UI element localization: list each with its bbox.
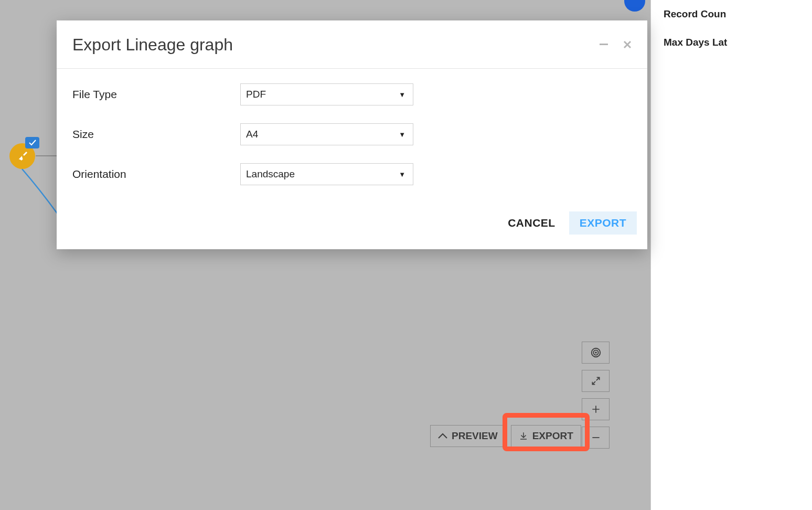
chevron-up-icon [438, 433, 447, 439]
export-label: EXPORT [532, 430, 573, 442]
side-panel: Record Coun Max Days Lat [650, 0, 812, 510]
edge-line [36, 155, 59, 156]
expand-icon [591, 376, 601, 386]
chevron-down-icon: ▼ [399, 91, 405, 99]
bottom-toolbar: PREVIEW EXPORT [430, 425, 581, 447]
preview-button[interactable]: PREVIEW [430, 425, 506, 447]
broom-icon [16, 150, 29, 163]
zoom-out-button[interactable] [582, 427, 610, 449]
modal-title: Export Lineage graph [72, 35, 233, 55]
orientation-label: Orientation [72, 168, 240, 180]
close-icon[interactable] [623, 38, 632, 52]
side-panel-row-max-days: Max Days Lat [664, 37, 799, 48]
size-value: A4 [246, 129, 258, 140]
map-controls [582, 342, 610, 449]
side-panel-row-record-count: Record Coun [664, 8, 799, 20]
minimize-icon[interactable] [599, 38, 608, 52]
zoom-in-button[interactable] [582, 398, 610, 420]
file-type-label: File Type [72, 88, 240, 101]
fullscreen-button[interactable] [582, 370, 610, 392]
preview-label: PREVIEW [452, 430, 498, 442]
lineage-node[interactable] [9, 143, 35, 169]
orientation-select[interactable]: Landscape ▼ [240, 163, 413, 185]
orientation-value: Landscape [246, 168, 295, 180]
node-checkmark-badge [25, 137, 39, 148]
size-label: Size [72, 128, 240, 141]
edge-line [0, 168, 60, 220]
plus-icon [591, 404, 601, 415]
modal-header: Export Lineage graph [57, 20, 647, 69]
download-icon [519, 431, 528, 441]
chevron-down-icon: ▼ [399, 171, 405, 178]
export-button[interactable]: EXPORT [511, 425, 581, 447]
file-type-select[interactable]: PDF ▼ [240, 83, 413, 105]
modal-footer: CANCEL EXPORT [57, 207, 647, 249]
chevron-down-icon: ▼ [399, 131, 405, 139]
form-row-file-type: File Type PDF ▼ [72, 83, 632, 105]
cancel-button[interactable]: CANCEL [508, 217, 555, 229]
export-modal: Export Lineage graph File Type PDF ▼ Siz… [57, 20, 647, 249]
check-icon [29, 140, 36, 146]
export-confirm-button[interactable]: EXPORT [569, 211, 637, 235]
recenter-button[interactable] [582, 342, 610, 364]
form-row-size: Size A4 ▼ [72, 123, 632, 145]
form-row-orientation: Orientation Landscape ▼ [72, 163, 632, 185]
modal-body: File Type PDF ▼ Size A4 ▼ Orientation La… [57, 69, 647, 207]
svg-rect-3 [600, 44, 608, 45]
minus-icon [591, 432, 601, 443]
modal-window-controls [599, 38, 632, 52]
target-icon [590, 347, 602, 358]
svg-point-2 [595, 352, 596, 353]
file-type-value: PDF [246, 89, 266, 100]
size-select[interactable]: A4 ▼ [240, 123, 413, 145]
